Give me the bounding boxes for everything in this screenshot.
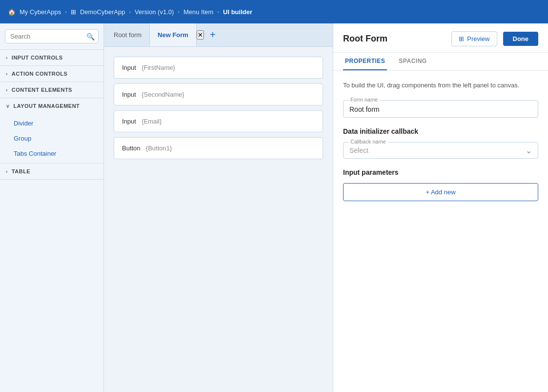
header-actions: ⊞ Preview Done	[451, 31, 538, 46]
nav-sep-4: ›	[217, 9, 219, 15]
field-value-secondname: {SecondName}	[140, 91, 184, 98]
section-content-elements-label: Content Elements	[12, 87, 72, 93]
form-name-wrapper: Form name	[343, 100, 538, 118]
nav-item-democyberapp[interactable]: DemoCyberApp	[80, 8, 125, 16]
data-initializer-title: Data initializer callback	[343, 127, 538, 135]
field-value-email: {Email}	[140, 118, 162, 125]
add-tab-button[interactable]: +	[204, 23, 222, 46]
section-action-controls-label: Action Controls	[12, 71, 67, 77]
right-panel-body: To build the UI, drag components from th…	[333, 71, 548, 392]
section-content-elements-header[interactable]: › Content Elements	[0, 82, 103, 98]
hint-text: To build the UI, drag components from th…	[343, 81, 538, 90]
form-name-input[interactable]	[349, 104, 532, 113]
section-layout-management: ∨ Layout Management Divider Group Tabs C…	[0, 98, 103, 164]
callback-select-wrapper[interactable]: Callback name Select ⌄	[343, 142, 538, 159]
input-parameters-section: Input parameters + Add new	[343, 168, 538, 201]
section-layout-management-label: Layout Management	[14, 103, 80, 109]
field-value-firstname: {FirstName}	[140, 64, 175, 71]
section-layout-management-header[interactable]: ∨ Layout Management	[0, 98, 103, 114]
main-layout: 🔍 › Input Controls › Action Controls › C…	[0, 23, 548, 392]
form-name-label: Form name	[348, 97, 380, 103]
right-panel: Root Form ⊞ Preview Done Properties Spac…	[333, 23, 548, 392]
section-table-label: Table	[12, 168, 30, 174]
preview-button[interactable]: ⊞ Preview	[451, 31, 497, 46]
sidebar-item-divider[interactable]: Divider	[0, 116, 103, 131]
nav-home-icon: 🏠	[8, 8, 16, 16]
chevron-right-icon: ›	[6, 55, 8, 61]
chevron-right-icon-4: ›	[6, 169, 8, 174]
chevron-right-icon-3: ›	[6, 87, 8, 93]
field-label-button1: Button	[122, 144, 141, 152]
nav-sep-3: ›	[178, 9, 180, 15]
field-label-secondname: Input	[122, 91, 136, 98]
canvas-field-firstname[interactable]: Input {FirstName}	[114, 57, 323, 79]
canvas-field-email[interactable]: Input {Email}	[114, 110, 323, 132]
search-button[interactable]: 🔍	[86, 33, 95, 41]
field-label-email: Input	[122, 118, 136, 125]
right-panel-tabs: Properties Spacing	[333, 53, 548, 71]
search-input[interactable]	[5, 29, 99, 43]
done-button[interactable]: Done	[503, 32, 539, 46]
chevron-down-icon-callback: ⌄	[526, 145, 532, 155]
preview-icon: ⊞	[459, 35, 464, 42]
field-value-button1: {Button1}	[144, 144, 172, 152]
field-label-firstname: Input	[122, 64, 136, 71]
nav-item-menuitem[interactable]: Menu Item	[183, 8, 213, 16]
section-action-controls-header[interactable]: › Action Controls	[0, 66, 103, 82]
tab-properties[interactable]: Properties	[343, 53, 387, 70]
top-nav: 🏠 My CyberApps › ⊞ DemoCyberApp › Versio…	[0, 0, 548, 23]
layout-management-items: Divider Group Tabs Container	[0, 114, 103, 163]
canvas-content: Input {FirstName} Input {SecondName} Inp…	[104, 47, 333, 392]
section-action-controls: › Action Controls	[0, 66, 103, 82]
left-sidebar: 🔍 › Input Controls › Action Controls › C…	[0, 23, 104, 392]
chevron-right-icon-2: ›	[6, 71, 8, 77]
section-input-controls-label: Input Controls	[12, 55, 63, 61]
page-title: Root Form	[343, 34, 387, 44]
input-parameters-label: Input parameters	[343, 168, 538, 176]
callback-name-label: Callback name	[348, 139, 388, 144]
tab-new-form[interactable]: New Form	[150, 23, 197, 46]
tab-root-form[interactable]: Root form	[106, 23, 150, 46]
chevron-down-icon: ∨	[6, 103, 10, 109]
section-content-elements: › Content Elements	[0, 82, 103, 98]
canvas-area: Root form New Form ✕ + Input {FirstName}…	[104, 23, 333, 392]
section-table: › Table	[0, 164, 103, 180]
tabs-bar: Root form New Form ✕ +	[104, 23, 333, 47]
tab-root-form-label: Root form	[114, 31, 142, 39]
canvas-field-button1[interactable]: Button {Button1}	[114, 137, 323, 159]
tab-spacing[interactable]: Spacing	[397, 53, 428, 70]
search-box: 🔍	[0, 23, 103, 50]
nav-democyberapp-icon: ⊞	[71, 8, 76, 16]
sidebar-item-group[interactable]: Group	[0, 131, 103, 146]
tab-new-form-label: New Form	[158, 31, 188, 39]
nav-item-uibuilder: UI builder	[223, 8, 252, 16]
section-input-controls: › Input Controls	[0, 50, 103, 66]
data-initializer-group: Data initializer callback Callback name …	[343, 127, 538, 159]
tab-new-form-close-button[interactable]: ✕	[197, 30, 204, 40]
form-name-group: Form name	[343, 100, 538, 118]
callback-select-value: Select	[349, 146, 368, 154]
add-new-button[interactable]: + Add new	[343, 183, 538, 201]
preview-label: Preview	[467, 35, 489, 42]
nav-item-mycyberapps[interactable]: My CyberApps	[20, 8, 61, 16]
section-table-header[interactable]: › Table	[0, 164, 103, 179]
section-input-controls-header[interactable]: › Input Controls	[0, 50, 103, 65]
plus-icon: +	[210, 29, 216, 41]
nav-sep-2: ›	[129, 9, 131, 15]
canvas-field-secondname[interactable]: Input {SecondName}	[114, 83, 323, 105]
sidebar-item-tabs-container[interactable]: Tabs Container	[0, 146, 103, 161]
right-panel-header: Root Form ⊞ Preview Done	[333, 23, 548, 53]
nav-sep-1: ›	[65, 9, 67, 15]
nav-item-version[interactable]: Version (v1.0)	[135, 8, 174, 16]
